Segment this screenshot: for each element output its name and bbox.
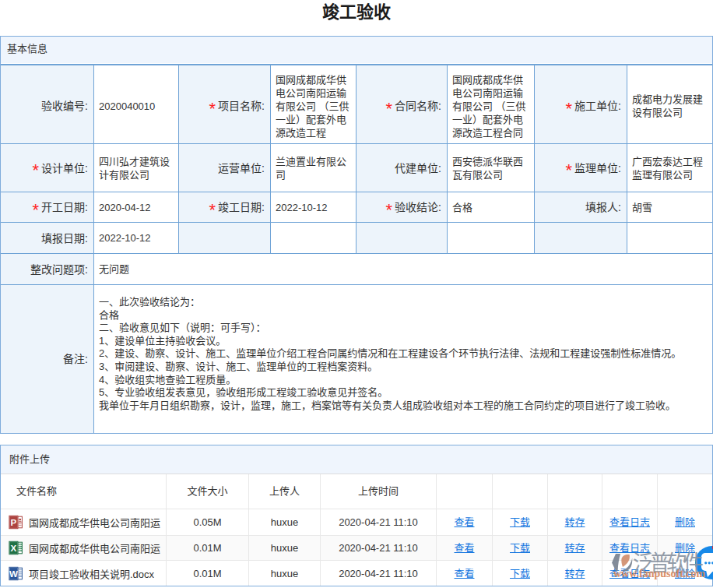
svg-text:W: W (9, 569, 18, 578)
svg-text:X: X (11, 544, 17, 553)
svg-text:P: P (11, 518, 17, 527)
